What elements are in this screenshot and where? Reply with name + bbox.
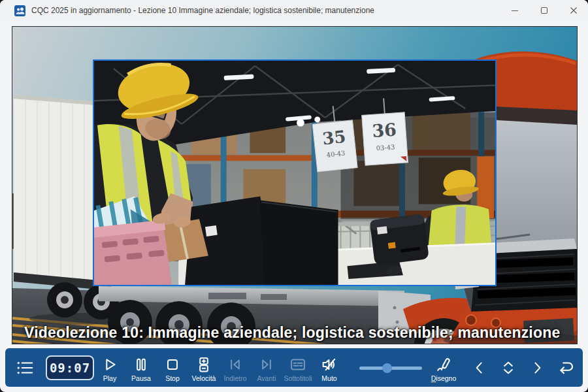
stop-label: Stop: [165, 374, 180, 382]
chevron-up-down-icon: [499, 359, 517, 377]
nav-scroll-button[interactable]: [497, 348, 520, 387]
placard-36-range: 03-43: [376, 143, 395, 152]
chevron-left-icon: [471, 359, 488, 376]
next-label: Avanti: [257, 374, 276, 382]
nav-right-button[interactable]: [525, 348, 549, 387]
pause-button[interactable]: Pausa: [125, 348, 157, 387]
mute-label: Muto: [321, 374, 336, 382]
return-arrow-icon: [556, 358, 576, 378]
draw-button[interactable]: Disegno: [425, 348, 463, 387]
maximize-button[interactable]: [529, 0, 559, 21]
pause-icon: [132, 355, 150, 374]
label-printer: [370, 214, 429, 265]
video-surface[interactable]: 35 40-43 36 03-43: [12, 26, 578, 344]
pause-label: Pausa: [131, 374, 151, 382]
video-caption: Videolezione 10: Immagine aziendale; log…: [24, 324, 560, 342]
player-toolbar: 09:07 Play Pausa Stop Velocità: [5, 348, 583, 387]
mute-button[interactable]: Muto: [314, 348, 345, 387]
inner-video-frame[interactable]: 35 40-43 36 03-43: [93, 59, 497, 286]
window-controls: [500, 0, 588, 21]
play-button[interactable]: Play: [94, 348, 125, 387]
return-button[interactable]: [554, 348, 578, 387]
stop-icon: [163, 355, 182, 374]
playlist-button[interactable]: [10, 348, 39, 387]
draw-label: Disegno: [431, 374, 457, 382]
play-icon: [101, 355, 119, 374]
nav-left-button[interactable]: [468, 348, 491, 387]
previous-label: Indietro: [223, 374, 246, 382]
placard-36: 36: [371, 119, 397, 140]
next-button[interactable]: Avanti: [251, 348, 282, 387]
previous-button[interactable]: Indietro: [220, 348, 251, 387]
play-label: Play: [103, 374, 116, 382]
close-button[interactable]: [559, 0, 588, 21]
timer-display: 09:07: [46, 355, 94, 380]
speed-button[interactable]: Velocità: [188, 348, 220, 387]
people-icon: [14, 5, 25, 16]
subtitles-label: Sottotitoli: [284, 374, 312, 382]
app-window: CQC 2025 in aggiornamento - Lezione 10 I…: [0, 0, 588, 392]
skip-back-icon: [226, 355, 244, 374]
minimize-button[interactable]: [500, 0, 529, 21]
pink-crate: [94, 220, 172, 285]
inner-video-scene: 35 40-43 36 03-43: [94, 61, 495, 285]
window-titlebar: CQC 2025 in aggiornamento - Lezione 10 I…: [0, 0, 588, 21]
chevron-right-icon: [529, 359, 546, 376]
volume-slider[interactable]: [359, 361, 422, 374]
ink-pen-icon: [434, 355, 453, 374]
volume-thumb[interactable]: [382, 363, 392, 373]
window-title: CQC 2025 in aggiornamento - Lezione 10 I…: [31, 6, 374, 15]
skip-forward-icon: [257, 355, 276, 374]
bullet-list-icon: [15, 358, 35, 378]
stop-button[interactable]: Stop: [157, 348, 188, 387]
subtitles-button[interactable]: Sottotitoli: [282, 348, 314, 387]
speaker-muted-icon: [320, 355, 338, 374]
placard-35: 35: [321, 127, 347, 148]
subtitles-icon: [289, 355, 307, 374]
speed-plus-minus-icon: [195, 355, 213, 374]
speed-label: Velocità: [192, 374, 216, 382]
